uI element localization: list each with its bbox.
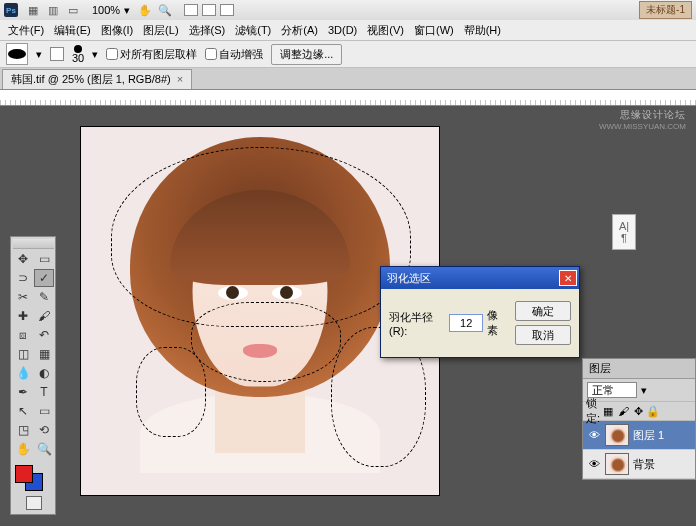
eraser-tool-icon[interactable]: ◫ [13, 345, 33, 363]
auto-enhance-label: 自动增强 [219, 47, 263, 62]
char-icon: A| [619, 220, 629, 232]
stamp-tool-icon[interactable]: ⧇ [13, 326, 33, 344]
ok-button[interactable]: 确定 [515, 301, 571, 321]
watermark-url: WWW.MISSYUAN.COM [599, 122, 686, 131]
lock-label: 锁定: [587, 405, 599, 417]
screenmode-1-icon[interactable] [184, 4, 198, 16]
minibridge-icon[interactable]: ▥ [46, 3, 60, 17]
hand-icon[interactable]: ✋ [138, 3, 152, 17]
history-tool-icon[interactable]: ↶ [34, 326, 54, 344]
menu-help[interactable]: 帮助(H) [460, 21, 505, 40]
toolbox-grip[interactable] [13, 239, 54, 249]
brush-size-value: 30 [72, 53, 84, 64]
menu-select[interactable]: 选择(S) [185, 21, 230, 40]
blur-tool-icon[interactable]: 💧 [13, 364, 33, 382]
tool-preset-icon[interactable] [6, 43, 28, 65]
feather-dialog: 羽化选区 ✕ 羽化半径(R): 像素 确定 取消 [380, 266, 580, 358]
layer-name[interactable]: 背景 [633, 457, 655, 472]
options-bar: ▾ 30 ▾ 对所有图层取样 自动增强 调整边缘... [0, 40, 696, 68]
feather-radius-label: 羽化半径(R): [389, 310, 445, 337]
3d-tool-icon[interactable]: ◳ [13, 421, 33, 439]
auto-enhance-checkbox[interactable]: 自动增强 [205, 47, 263, 62]
titlebar: Ps ▦ ▥ ▭ 100% ▾ ✋ 🔍 未标题-1 [0, 0, 696, 20]
selection-marquee [111, 147, 411, 327]
workspace: 思缘设计论坛 WWW.MISSYUAN.COM A| ¶ ✥ ▭ ⊃ ✓ ✂ ✎… [0, 106, 696, 526]
document-tab-label: 韩国.tif @ 25% (图层 1, RGB/8#) [11, 72, 171, 87]
eyedropper-tool-icon[interactable]: ✎ [34, 288, 54, 306]
brush-picker-icon[interactable] [50, 47, 64, 61]
brush-dropdown-icon[interactable]: ▾ [92, 48, 98, 61]
menu-filter[interactable]: 滤镜(T) [231, 21, 275, 40]
menu-3d[interactable]: 3D(D) [324, 22, 361, 38]
heal-tool-icon[interactable]: ✚ [13, 307, 33, 325]
layer-name[interactable]: 图层 1 [633, 428, 664, 443]
lock-paint-icon[interactable]: 🖌 [617, 405, 629, 417]
marquee-tool-icon[interactable]: ▭ [34, 250, 54, 268]
menu-window[interactable]: 窗口(W) [410, 21, 458, 40]
zoom-tool-icon[interactable]: 🔍 [34, 440, 54, 458]
layer-row[interactable]: 👁 背景 [583, 450, 695, 479]
visibility-icon[interactable]: 👁 [587, 458, 601, 470]
brush-size-display[interactable]: 30 [72, 45, 84, 64]
bridge-icon[interactable]: ▦ [26, 3, 40, 17]
zoom-dropdown-icon[interactable]: ▾ [124, 4, 130, 17]
3dcam-tool-icon[interactable]: ⟲ [34, 421, 54, 439]
blend-dropdown-icon[interactable]: ▾ [641, 384, 647, 397]
tool-preset-dropdown-icon[interactable]: ▾ [36, 48, 42, 61]
hand-tool-icon[interactable]: ✋ [13, 440, 33, 458]
refine-edge-button[interactable]: 调整边缘... [271, 44, 342, 65]
feather-unit-label: 像素 [487, 308, 507, 338]
layer-thumbnail[interactable] [605, 424, 629, 446]
brush-tool-icon[interactable]: 🖌 [34, 307, 54, 325]
toolbox: ✥ ▭ ⊃ ✓ ✂ ✎ ✚ 🖌 ⧇ ↶ ◫ ▦ 💧 ◐ ✒ T ↖ ▭ ◳ ⟲ … [10, 236, 56, 515]
menu-edit[interactable]: 编辑(E) [50, 21, 95, 40]
menu-layer[interactable]: 图层(L) [139, 21, 182, 40]
watermark-text: 思缘设计论坛 [620, 108, 686, 122]
viewextra-icon[interactable]: ▭ [66, 3, 80, 17]
gradient-tool-icon[interactable]: ▦ [34, 345, 54, 363]
sample-all-label: 对所有图层取样 [120, 47, 197, 62]
quickmask-icon[interactable] [26, 496, 42, 510]
close-icon[interactable]: ✕ [559, 270, 577, 286]
lasso-tool-icon[interactable]: ⊃ [13, 269, 33, 287]
type-tool-icon[interactable]: T [34, 383, 54, 401]
visibility-icon[interactable]: 👁 [587, 429, 601, 441]
menu-analysis[interactable]: 分析(A) [277, 21, 322, 40]
path-tool-icon[interactable]: ↖ [13, 402, 33, 420]
zoomtool-icon[interactable]: 🔍 [158, 3, 172, 17]
dodge-tool-icon[interactable]: ◐ [34, 364, 54, 382]
layer-thumbnail[interactable] [605, 453, 629, 475]
lock-pos-icon[interactable]: ✥ [632, 405, 644, 417]
screenmode-2-icon[interactable] [202, 4, 216, 16]
document-tab[interactable]: 韩国.tif @ 25% (图层 1, RGB/8#) × [2, 69, 192, 89]
sample-all-checkbox[interactable]: 对所有图层取样 [106, 47, 197, 62]
crop-tool-icon[interactable]: ✂ [13, 288, 33, 306]
lock-trans-icon[interactable]: ▦ [602, 405, 614, 417]
menubar: 文件(F) 编辑(E) 图像(I) 图层(L) 选择(S) 滤镜(T) 分析(A… [0, 20, 696, 40]
lock-all-icon[interactable]: 🔒 [647, 405, 659, 417]
ruler-horizontal[interactable] [0, 90, 696, 106]
cancel-button[interactable]: 取消 [515, 325, 571, 345]
char-panel-flyout[interactable]: A| ¶ [612, 214, 636, 250]
app-icon: Ps [4, 3, 18, 17]
menu-image[interactable]: 图像(I) [97, 21, 137, 40]
move-tool-icon[interactable]: ✥ [13, 250, 33, 268]
dialog-titlebar[interactable]: 羽化选区 ✕ [381, 267, 579, 289]
color-swatches[interactable] [13, 463, 54, 493]
menu-file[interactable]: 文件(F) [4, 21, 48, 40]
quickselect-tool-icon[interactable]: ✓ [34, 269, 54, 287]
foreground-swatch[interactable] [15, 465, 33, 483]
zoom-value[interactable]: 100% [90, 4, 122, 16]
layers-tab[interactable]: 图层 [583, 359, 695, 379]
close-icon[interactable]: × [177, 73, 183, 85]
shape-tool-icon[interactable]: ▭ [34, 402, 54, 420]
document-tab-highlight[interactable]: 未标题-1 [639, 1, 692, 19]
screenmode-3-icon[interactable] [220, 4, 234, 16]
selection-marquee [136, 347, 206, 437]
pen-tool-icon[interactable]: ✒ [13, 383, 33, 401]
menu-view[interactable]: 视图(V) [363, 21, 408, 40]
selection-marquee [191, 302, 341, 382]
layers-panel: 图层 正常 ▾ 锁定: ▦ 🖌 ✥ 🔒 👁 图层 1 👁 背景 [582, 358, 696, 480]
feather-radius-input[interactable] [449, 314, 483, 332]
dialog-title: 羽化选区 [387, 271, 431, 286]
